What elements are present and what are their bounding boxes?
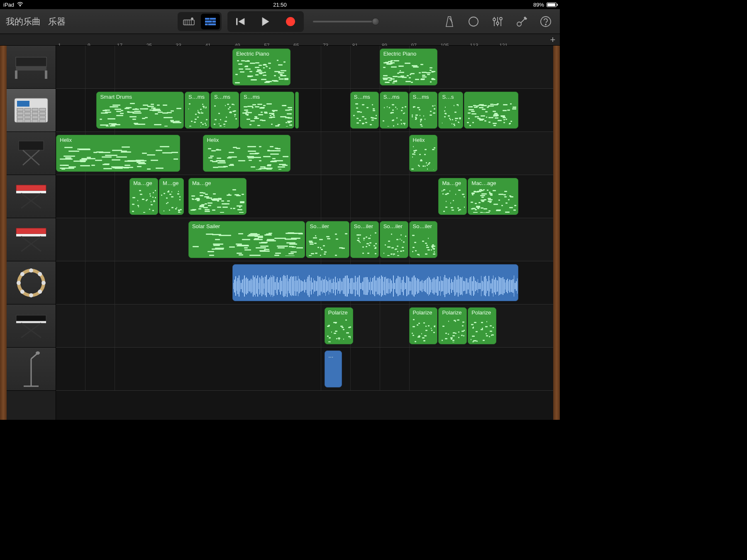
region[interactable]: Polarize [409,307,438,344]
midi-notes [352,103,377,127]
svg-rect-49 [16,185,46,191]
timeline[interactable]: Electric PianoElectric PianoSmart DrumsS… [56,46,553,420]
svg-point-18 [493,18,496,21]
region[interactable]: Polarize [325,307,353,344]
track-row-electric-piano[interactable]: Electric PianoElectric Piano [56,46,553,89]
region-label: Ma…ge [442,180,463,186]
region[interactable]: Helix [56,135,180,172]
region[interactable]: Mac…age [468,178,518,215]
region[interactable]: S…ms [380,92,408,129]
volume-knob[interactable] [372,18,379,25]
svg-rect-34 [17,112,23,115]
region[interactable]: S…s [438,92,463,129]
my-songs-button[interactable]: 我的乐曲 [6,16,41,27]
clock: 21:50 [273,2,287,8]
region[interactable]: M…ge [159,178,184,215]
svg-rect-35 [24,112,31,115]
region[interactable]: S…ms [350,92,379,129]
metronome-button[interactable] [441,13,458,30]
wood-trim-right [553,46,560,420]
region[interactable]: Solar Sailer [188,221,305,258]
region[interactable]: Polarize [468,307,496,344]
track-header-smart-drums[interactable] [7,89,56,132]
help-button[interactable] [537,13,554,30]
svg-rect-29 [17,101,29,107]
region[interactable]: S…ms [210,92,239,129]
region[interactable]: S…ms [185,92,210,129]
mixer-button[interactable] [489,13,506,30]
region-label: So…iler [310,223,345,229]
play-button[interactable] [254,13,277,30]
region[interactable]: Electric Piano [232,49,290,85]
region[interactable]: Ma…ge [188,178,247,215]
track-header-polarize[interactable] [7,304,56,348]
region[interactable]: So…iler [409,221,438,258]
midi-notes [440,319,465,342]
region[interactable] [232,264,518,301]
region[interactable]: S…ms [240,92,294,129]
midi-notes [440,103,461,127]
svg-rect-40 [32,116,38,119]
region[interactable]: So…iler [306,221,349,258]
track-header-helix[interactable] [7,132,56,175]
region[interactable]: S…ms [409,92,438,129]
track-row-smart-drums[interactable]: Smart DrumsS…msS…msS…msS…msS…msS…msS…s [56,89,553,132]
track-row-helix[interactable]: HelixHelixHelix [56,132,553,175]
svg-rect-31 [24,108,31,111]
svg-rect-26 [15,71,17,79]
region[interactable]: Smart Drums [96,92,184,129]
region[interactable]: So…iler [350,221,379,258]
region[interactable]: Helix [409,135,438,172]
track-header-solar-sailer[interactable] [7,218,56,261]
region[interactable]: Electric Piano [380,49,438,85]
track-row-polarize[interactable]: PolarizePolarizePolarizePolarize [56,304,553,348]
waveform [325,358,342,386]
midi-notes [161,189,182,213]
record-button[interactable] [279,13,302,30]
svg-rect-45 [39,119,46,122]
midi-notes [190,232,303,256]
region[interactable]: So…iler [380,221,408,258]
loop-button[interactable] [465,13,482,30]
settings-button[interactable] [513,13,530,30]
epiano-icon [12,53,50,82]
view-toggle-group [178,12,222,31]
rewind-button[interactable] [229,13,252,30]
svg-rect-54 [16,234,46,236]
region-label: S…s [442,94,459,100]
region-label: So…iler [354,223,375,229]
track-row-mic[interactable]: … [56,348,553,391]
region-label: Polarize [471,309,493,316]
region[interactable]: … [325,351,342,387]
region-label: … [328,353,338,359]
region-label: Polarize [413,309,434,316]
instruments-button[interactable]: 乐器 [48,16,66,27]
track-row-tambourine[interactable] [56,261,553,304]
midi-notes [352,232,377,256]
battery-pct: 89% [533,2,544,8]
svg-rect-7 [210,18,216,19]
region-label: So…iler [383,223,405,229]
region[interactable]: Ma…ge [129,178,158,215]
svg-rect-12 [236,18,237,25]
track-header-massage[interactable] [7,175,56,218]
instrument-view-button[interactable] [179,14,198,29]
region[interactable]: Helix [203,135,290,172]
track-row-massage[interactable]: Ma…geM…geMa…geMa…geMac…age [56,175,553,218]
track-header-mic[interactable] [7,348,56,391]
timeline-ruler[interactable]: 191725334149576573818997105113121 + [0,34,560,46]
midi-notes [411,319,436,342]
track-header-tambourine[interactable] [7,261,56,304]
region[interactable] [295,92,299,129]
track-row-solar-sailer[interactable]: Solar SailerSo…ilerSo…ilerSo…ilerSo…iler [56,218,553,261]
region-label: S…ms [413,94,434,100]
track-header-electric-piano[interactable] [7,46,56,89]
region[interactable]: Ma…ge [438,178,467,215]
region[interactable]: Polarize [438,307,467,344]
region-label: Polarize [328,309,349,316]
region[interactable] [464,92,518,129]
tracks-view-button[interactable] [201,14,220,29]
volume-slider[interactable] [313,21,379,22]
add-section-button[interactable]: + [546,34,560,45]
svg-rect-67 [16,321,46,323]
